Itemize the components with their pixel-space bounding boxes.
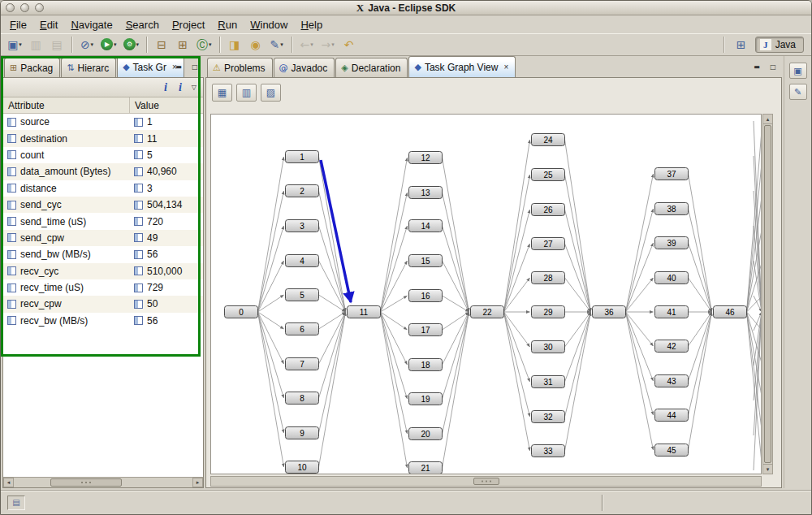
info-button-1[interactable]: i <box>164 82 167 93</box>
graph-node-20[interactable]: 20 <box>409 428 443 440</box>
graph-node-0[interactable]: 0 <box>225 306 258 318</box>
graph-node-21[interactable]: 21 <box>409 462 443 474</box>
graph-node-11[interactable]: 11 <box>348 306 381 318</box>
last-edit-location-button[interactable]: ↶ <box>339 35 359 54</box>
table-row[interactable]: recv_cpw50 <box>3 296 203 312</box>
graph-node-3[interactable]: 3 <box>286 220 319 232</box>
graph-node-31[interactable]: 31 <box>532 376 565 388</box>
left-tab-hierarc[interactable]: ⇅Hierarc <box>61 58 116 77</box>
graph-node-22[interactable]: 22 <box>471 306 504 318</box>
editor-shortcut-button[interactable]: ✎ <box>789 84 807 100</box>
scroll-left-icon[interactable]: ◂ <box>3 478 14 487</box>
open-perspective-button[interactable]: ⊞ <box>732 35 751 54</box>
menu-help[interactable]: Help <box>294 17 329 32</box>
graph-node-7[interactable]: 7 <box>286 358 319 370</box>
right-tab-problems[interactable]: ⚠Problems <box>207 58 273 77</box>
menu-navigate[interactable]: Navigate <box>64 17 119 32</box>
graph-node-12[interactable]: 12 <box>409 152 443 164</box>
new-package-button[interactable]: ⊞ <box>173 35 192 54</box>
menu-project[interactable]: Project <box>166 17 211 32</box>
run-button[interactable]: ▶▾ <box>98 35 119 54</box>
scrollbar-thumb[interactable] <box>473 478 499 485</box>
scroll-down-icon[interactable]: ▾ <box>763 464 772 474</box>
value-column-header[interactable]: Value <box>130 100 203 111</box>
info-button-2[interactable]: i <box>179 82 182 93</box>
right-tab-javadoc[interactable]: @Javadoc <box>274 58 335 77</box>
scroll-up-icon[interactable]: ▴ <box>763 115 772 124</box>
minimize-view-button[interactable]: ▬ <box>172 61 185 73</box>
graph-node-19[interactable]: 19 <box>409 393 443 405</box>
graph-tool-button-3[interactable]: ▨ <box>261 84 281 102</box>
graph-node-9[interactable]: 9 <box>286 427 319 439</box>
scrollbar-thumb[interactable] <box>50 478 122 487</box>
graph-node-15[interactable]: 15 <box>409 255 443 267</box>
graph-node-27[interactable]: 27 <box>532 238 565 250</box>
graph-node-28[interactable]: 28 <box>532 272 565 284</box>
right-tab-declaration[interactable]: ◈Declaration <box>335 58 408 77</box>
title-bar[interactable]: X Java - Eclipse SDK <box>1 1 811 15</box>
table-row[interactable]: count5 <box>3 147 203 163</box>
menu-window[interactable]: Window <box>244 17 294 32</box>
menu-search[interactable]: Search <box>119 17 166 32</box>
graph-node-43[interactable]: 43 <box>655 375 689 387</box>
table-row[interactable]: source1 <box>3 114 203 130</box>
graph-node-38[interactable]: 38 <box>655 203 689 215</box>
right-tab-task-graph-view[interactable]: ◆Task Graph View× <box>408 56 516 77</box>
table-row[interactable]: send_cyc504,134 <box>3 197 203 213</box>
menu-file[interactable]: File <box>3 17 33 32</box>
menu-run[interactable]: Run <box>211 17 244 32</box>
new-class-button[interactable]: Ⓒ▾ <box>194 35 214 54</box>
graph-node-2[interactable]: 2 <box>286 185 319 197</box>
graph-node-16[interactable]: 16 <box>409 290 443 302</box>
table-row[interactable]: send_cpw49 <box>3 230 203 246</box>
graph-node-8[interactable]: 8 <box>286 392 319 405</box>
table-row[interactable]: data_amount (Bytes)40,960 <box>3 163 203 180</box>
graph-node-17[interactable]: 17 <box>409 324 443 336</box>
scroll-right-icon[interactable]: ▸ <box>192 478 203 487</box>
table-row[interactable]: send_time (uS)720 <box>3 213 203 229</box>
graph-node-25[interactable]: 25 <box>532 169 565 181</box>
maximize-view-button[interactable]: □ <box>188 61 201 73</box>
graph-node-26[interactable]: 26 <box>532 204 565 216</box>
graph-node-18[interactable]: 18 <box>409 359 443 371</box>
graph-node-1[interactable]: 1 <box>286 151 319 163</box>
graph-node-6[interactable]: 6 <box>286 323 319 335</box>
new-wizard-button[interactable]: ▣▾ <box>5 35 24 54</box>
graph-node-13[interactable]: 13 <box>409 187 443 199</box>
graph-vertical-scrollbar[interactable]: ▴ ▾ <box>762 114 773 474</box>
graph-canvas[interactable]: 0123456789101112131415161718192021222425… <box>210 114 762 474</box>
graph-node-14[interactable]: 14 <box>409 220 443 232</box>
table-row[interactable]: recv_cyc510,000 <box>3 263 203 279</box>
graph-node-39[interactable]: 39 <box>655 237 689 249</box>
graph-node-33[interactable]: 33 <box>532 445 565 457</box>
close-icon[interactable]: × <box>503 63 508 71</box>
graph-node-45[interactable]: 45 <box>655 444 689 457</box>
graph-tool-button-2[interactable]: ▥ <box>236 84 257 102</box>
graph-node-44[interactable]: 44 <box>655 409 689 422</box>
left-horizontal-scrollbar[interactable]: ◂ ▸ <box>3 477 203 487</box>
left-tab-packag[interactable]: ⊞Packag <box>4 58 60 77</box>
annotation-button[interactable]: ✎▾ <box>267 35 287 54</box>
new-java-project-button[interactable]: ⊟ <box>152 35 171 54</box>
graph-node-10[interactable]: 10 <box>286 461 319 474</box>
minimize-view-button[interactable]: ▬ <box>750 61 763 73</box>
menu-edit[interactable]: Edit <box>33 17 64 32</box>
graph-node-37[interactable]: 37 <box>655 168 689 180</box>
view-menu-button[interactable]: ▽ <box>192 84 197 91</box>
graph-horizontal-scrollbar[interactable] <box>210 476 762 487</box>
open-type-button[interactable]: ◨ <box>225 35 244 54</box>
skip-breakpoints-button[interactable]: ⊘▾ <box>77 35 97 54</box>
table-row[interactable]: send_bw (MB/s)56 <box>3 246 203 262</box>
graph-node-5[interactable]: 5 <box>286 289 319 301</box>
table-row[interactable]: recv_time (uS)729 <box>3 279 203 296</box>
table-row[interactable]: destination11 <box>3 130 203 146</box>
graph-node-42[interactable]: 42 <box>655 340 689 353</box>
graph-tool-button-1[interactable]: ▦ <box>212 84 232 102</box>
table-row[interactable]: recv_bw (MB/s)56 <box>3 313 203 329</box>
graph-node-40[interactable]: 40 <box>655 272 689 284</box>
graph-node-41[interactable]: 41 <box>655 306 689 318</box>
graph-node-24[interactable]: 24 <box>532 134 565 146</box>
search-button[interactable]: ◉ <box>246 35 266 54</box>
graph-node-4[interactable]: 4 <box>286 255 319 267</box>
graph-node-32[interactable]: 32 <box>532 411 565 423</box>
